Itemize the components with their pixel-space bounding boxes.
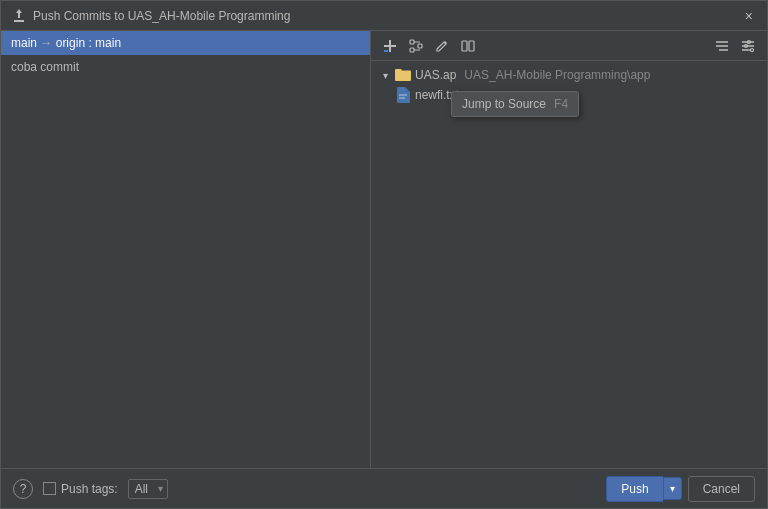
svg-rect-0 bbox=[410, 40, 414, 44]
push-button[interactable]: Push bbox=[606, 476, 662, 502]
title-bar-left: Push Commits to UAS_AH-Mobile Programmin… bbox=[11, 8, 290, 24]
folder-icon bbox=[395, 67, 411, 83]
settings-button[interactable] bbox=[737, 35, 759, 57]
title-bar: Push Commits to UAS_AH-Mobile Programmin… bbox=[1, 1, 767, 31]
toolbar-right bbox=[711, 35, 759, 57]
git-push-icon bbox=[11, 8, 27, 24]
svg-point-13 bbox=[751, 48, 754, 51]
main-content: main → origin : main coba commit bbox=[1, 31, 767, 468]
footer-right: Push ▾ Cancel bbox=[606, 476, 755, 502]
push-tags-container: Push tags: bbox=[43, 482, 118, 496]
toolbar-left bbox=[379, 35, 479, 57]
push-commits-dialog: Push Commits to UAS_AH-Mobile Programmin… bbox=[0, 0, 768, 509]
diff-button[interactable] bbox=[457, 35, 479, 57]
menu-button[interactable] bbox=[711, 35, 733, 57]
add-button[interactable] bbox=[379, 35, 401, 57]
push-button-group: Push ▾ bbox=[606, 476, 681, 502]
file-icon bbox=[395, 87, 411, 103]
help-button[interactable]: ? bbox=[13, 479, 33, 499]
file-tree: ▾ UAS.ap UAS_AH-Mobile Programming\app bbox=[371, 61, 767, 468]
branch-arrow: → bbox=[40, 36, 55, 50]
branch-origin: origin bbox=[56, 36, 85, 50]
push-dropdown-button[interactable]: ▾ bbox=[663, 477, 682, 500]
close-button[interactable]: × bbox=[741, 7, 757, 25]
footer: ? Push tags: All Push ▾ Cancel bbox=[1, 468, 767, 508]
tooltip-popup: Jump to Source F4 bbox=[451, 91, 579, 117]
svg-rect-5 bbox=[462, 41, 467, 51]
left-panel: main → origin : main coba commit bbox=[1, 31, 371, 468]
tree-folder-item[interactable]: ▾ UAS.ap UAS_AH-Mobile Programming\app bbox=[371, 65, 767, 85]
expand-tree-button[interactable] bbox=[405, 35, 427, 57]
right-toolbar bbox=[371, 31, 767, 61]
svg-rect-6 bbox=[469, 41, 474, 51]
commit-item-2[interactable]: coba commit bbox=[1, 55, 370, 79]
tags-select[interactable]: All bbox=[128, 479, 168, 499]
cancel-button[interactable]: Cancel bbox=[688, 476, 755, 502]
right-panel: ▾ UAS.ap UAS_AH-Mobile Programming\app bbox=[371, 31, 767, 468]
tree-chevron: ▾ bbox=[379, 69, 391, 81]
tooltip-text: Jump to Source bbox=[462, 97, 546, 111]
tags-select-wrapper: All bbox=[128, 479, 168, 499]
push-tags-label: Push tags: bbox=[61, 482, 118, 496]
branch-from: main bbox=[11, 36, 37, 50]
root-folder-path: UAS_AH-Mobile Programming\app bbox=[464, 68, 650, 82]
commit-item-1[interactable]: main → origin : main bbox=[1, 31, 370, 55]
edit-button[interactable] bbox=[431, 35, 453, 57]
window-title: Push Commits to UAS_AH-Mobile Programmin… bbox=[33, 9, 290, 23]
svg-rect-2 bbox=[418, 44, 422, 48]
root-folder-label: UAS.ap bbox=[415, 68, 456, 82]
commit-list: main → origin : main coba commit bbox=[1, 31, 370, 468]
tooltip-shortcut: F4 bbox=[554, 97, 568, 111]
svg-rect-1 bbox=[410, 48, 414, 52]
footer-left: ? Push tags: All bbox=[13, 479, 168, 499]
push-tags-checkbox[interactable] bbox=[43, 482, 56, 495]
branch-target: main bbox=[95, 36, 121, 50]
commit-label: coba commit bbox=[11, 60, 79, 74]
